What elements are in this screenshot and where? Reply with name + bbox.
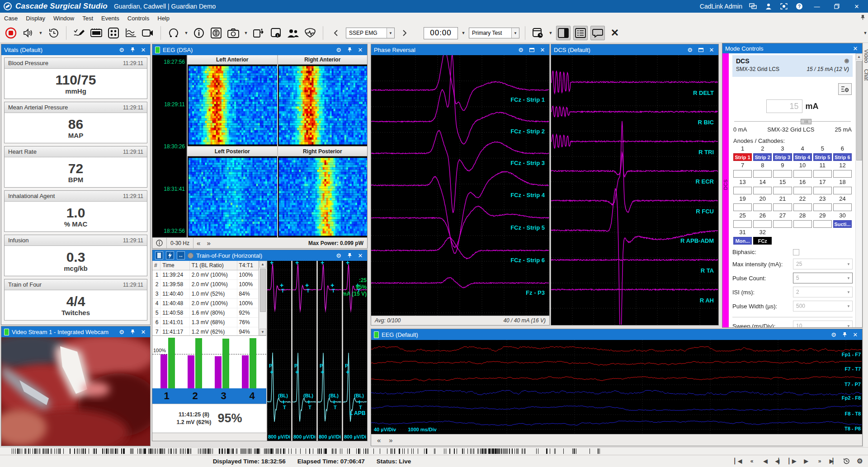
electrode-cell[interactable] xyxy=(733,203,752,211)
settings-gear-icon[interactable]: ⚙ xyxy=(855,457,864,465)
menu-events[interactable]: Events xyxy=(97,14,123,23)
chevron-down-icon[interactable]: ▼ xyxy=(387,28,394,38)
tof-col-header[interactable]: T1 (BL Ratio) xyxy=(189,261,237,270)
toggle-event-list-button[interactable] xyxy=(573,26,588,40)
people-icon[interactable] xyxy=(286,26,300,40)
tof-panel-titlebar[interactable]: ↔ Train-of-Four (Horizontal) ⚙ ✕ xyxy=(152,250,367,261)
snapshot-dropdown[interactable]: ▼ xyxy=(243,31,249,35)
step-forward-button[interactable]: ▶ xyxy=(801,458,810,464)
electrode-cell[interactable] xyxy=(773,220,792,228)
toggle-chat-button[interactable] xyxy=(590,26,605,40)
stimulator-dropdown[interactable]: ▼ xyxy=(184,31,189,35)
displays-icon[interactable] xyxy=(749,2,758,10)
gear-icon[interactable]: ⚙ xyxy=(335,46,343,54)
history-icon[interactable] xyxy=(842,458,851,465)
help-icon[interactable]: ? xyxy=(795,2,804,10)
tof-table-scrollbar[interactable]: ▲ ▼ xyxy=(259,261,266,335)
close-icon[interactable]: ✕ xyxy=(851,330,859,339)
cursor-tool-icon[interactable] xyxy=(155,251,163,259)
tof-table-row[interactable]: 411:40:482.0 mV (100%)100% xyxy=(152,298,259,308)
new-window-dropdown[interactable]: ▼ xyxy=(548,31,553,35)
electrode-cell[interactable] xyxy=(793,170,812,178)
tof-table-row[interactable]: 211:39:582.0 mV (100%)100% xyxy=(152,279,259,289)
eye-icon[interactable]: ◉ xyxy=(844,57,849,65)
snapshot-icon[interactable] xyxy=(226,26,241,40)
close-button[interactable]: ✕ xyxy=(850,1,863,11)
tab-chat[interactable]: Chat xyxy=(863,69,868,80)
electrode-cell[interactable] xyxy=(753,220,772,228)
electrode-cell[interactable] xyxy=(733,170,752,178)
tof-col-header[interactable]: Time xyxy=(160,261,189,270)
close-icon[interactable]: ✕ xyxy=(139,328,147,336)
close-icon[interactable]: ✕ xyxy=(356,251,364,259)
field-combobox[interactable]: 10▼ xyxy=(793,321,853,327)
electrode-cell[interactable] xyxy=(773,187,792,194)
close-icon[interactable]: ✕ xyxy=(851,44,859,52)
gear-icon[interactable]: ⚙ xyxy=(830,330,838,339)
electrode-cell[interactable] xyxy=(813,170,832,178)
electrode-cell[interactable] xyxy=(833,187,852,194)
electrode-cell[interactable] xyxy=(733,187,752,194)
toolbar-overflow-chevron[interactable]: ▼ xyxy=(863,31,868,35)
gear-icon[interactable]: ⚙ xyxy=(335,251,343,259)
page-forward-button[interactable]: » xyxy=(203,239,213,247)
scrollbar-thumb[interactable] xyxy=(856,61,862,160)
field-combobox[interactable]: 500▼ xyxy=(793,301,853,311)
gear-icon[interactable]: ⚙ xyxy=(118,328,126,336)
restore-button[interactable] xyxy=(830,1,844,11)
close-icon[interactable]: ✕ xyxy=(356,46,364,54)
slider-handle[interactable] xyxy=(801,119,811,124)
eeg-panel-titlebar[interactable]: EEG (Default) ⚙ ✕ xyxy=(371,329,862,340)
test-type-selector[interactable]: Primary Test▼ xyxy=(469,28,519,38)
page-back-button[interactable]: « xyxy=(193,239,203,247)
info-icon[interactable] xyxy=(192,26,206,40)
gear-icon[interactable]: ⚙ xyxy=(686,46,694,54)
chevron-down-icon[interactable]: ▼ xyxy=(511,28,519,38)
electrode-chip[interactable]: Mon... xyxy=(733,237,752,245)
user-icon[interactable] xyxy=(764,2,773,10)
mode-controls-scrollbar[interactable]: ▲ xyxy=(855,53,862,327)
electrode-cell[interactable] xyxy=(793,220,812,228)
electrode-chip[interactable]: Sucti... xyxy=(833,220,852,228)
speaker-icon[interactable] xyxy=(21,26,35,40)
fast-back-button[interactable]: « xyxy=(747,458,756,464)
case-timeline-strip[interactable] xyxy=(0,447,868,455)
video-panel-titlebar[interactable]: Video Stream 1 - Integrated Webcam ⚙ ✕ xyxy=(1,326,150,337)
close-icon[interactable]: ✕ xyxy=(538,46,547,54)
electrode-cell[interactable] xyxy=(753,187,772,194)
menu-case[interactable]: Case xyxy=(0,14,22,23)
tof-col-header[interactable]: # xyxy=(152,261,160,270)
fast-forward-button[interactable]: » xyxy=(815,458,824,464)
impedance-check-icon[interactable] xyxy=(72,26,86,40)
electrode-grid-icon[interactable] xyxy=(106,26,121,40)
back-page-button[interactable]: ◀▏ xyxy=(774,458,783,464)
gear-icon[interactable]: ⚙ xyxy=(517,46,525,54)
menu-help[interactable]: Help xyxy=(153,14,174,23)
field-combobox[interactable]: 2▼ xyxy=(793,287,853,297)
tab-video[interactable]: Video xyxy=(863,49,868,63)
menu-display[interactable]: Display xyxy=(22,14,49,23)
timer-display[interactable]: 00:00 xyxy=(424,27,458,39)
new-window-icon[interactable] xyxy=(531,26,545,40)
active-mode-card[interactable]: DCS◉ SMX-32 Grid LCS15 / 15 mA (12 V) xyxy=(732,55,853,77)
record-button[interactable] xyxy=(4,26,18,40)
pin-icon[interactable] xyxy=(345,46,354,54)
test-selector[interactable]: SSEP EMG▼ xyxy=(346,28,395,38)
intensity-input[interactable]: 15 xyxy=(766,99,802,113)
vitals-panel-titlebar[interactable]: Vitals (Default) ⚙ ✕ xyxy=(1,44,150,55)
page-forward-button[interactable]: » xyxy=(386,436,396,444)
electrode-cell[interactable] xyxy=(793,203,812,211)
gear-icon[interactable]: ⚙ xyxy=(118,46,126,54)
electrode-chip[interactable]: Strip 6 xyxy=(833,153,852,161)
tof-col-header[interactable]: T4:T1 xyxy=(237,261,258,270)
electrode-cell[interactable] xyxy=(833,170,852,178)
horizontal-layout-icon[interactable]: ↔ xyxy=(177,251,185,259)
biphasic-checkbox[interactable] xyxy=(793,249,799,255)
forward-page-button[interactable]: ▏▶ xyxy=(788,458,797,464)
electrode-cell[interactable] xyxy=(753,203,772,211)
close-icon[interactable]: ✕ xyxy=(708,46,716,54)
pin-icon[interactable] xyxy=(345,251,354,259)
electrode-chip[interactable]: Strip 4 xyxy=(793,153,812,161)
montage-icon[interactable] xyxy=(89,26,104,40)
menu-controls[interactable]: Controls xyxy=(123,14,153,23)
